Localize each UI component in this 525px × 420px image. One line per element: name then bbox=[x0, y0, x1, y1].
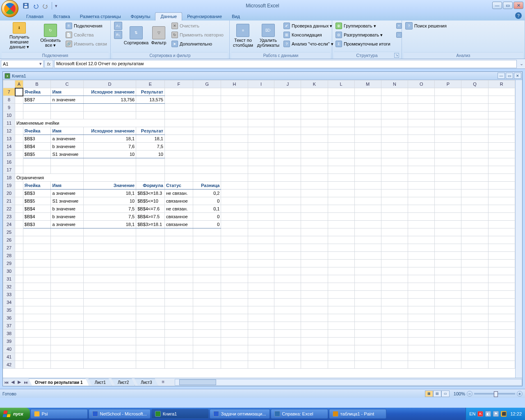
cell-N25[interactable] bbox=[381, 228, 408, 236]
cell-K19[interactable] bbox=[301, 182, 328, 189]
cell-K16[interactable] bbox=[301, 158, 328, 166]
row-header-13[interactable]: 13 bbox=[3, 135, 15, 143]
cell-L37[interactable] bbox=[328, 322, 354, 330]
minimize-button[interactable]: — bbox=[492, 2, 502, 9]
cell-A7[interactable] bbox=[15, 88, 23, 96]
cell-Q16[interactable] bbox=[461, 158, 488, 166]
cell-L11[interactable] bbox=[328, 119, 354, 127]
cell-C10[interactable] bbox=[51, 112, 83, 119]
cell-Q7[interactable] bbox=[461, 88, 488, 96]
cell-C23[interactable]: b значение bbox=[51, 213, 83, 221]
cell-K41[interactable] bbox=[301, 353, 328, 361]
edit-links-button[interactable]: 🔗Изменить связи bbox=[64, 39, 109, 48]
cell-J39[interactable] bbox=[274, 338, 301, 345]
taskbar-item-1[interactable]: NetSchool - Microsoft... bbox=[89, 409, 151, 419]
col-header-R[interactable]: R bbox=[488, 80, 515, 88]
cell-A11[interactable]: Изменяемые ячейки bbox=[15, 119, 165, 127]
cell-D21[interactable]: 10 bbox=[83, 197, 136, 205]
cell-R37[interactable] bbox=[488, 322, 515, 330]
cell-Q26[interactable] bbox=[461, 236, 488, 244]
cell-P38[interactable] bbox=[435, 330, 461, 338]
cell-J25[interactable] bbox=[274, 228, 301, 236]
cell-J41[interactable] bbox=[274, 353, 301, 361]
cell-D34[interactable] bbox=[83, 299, 136, 306]
cell-I10[interactable] bbox=[248, 112, 274, 119]
col-header-C[interactable]: C bbox=[51, 80, 83, 88]
cell-Q34[interactable] bbox=[461, 299, 488, 306]
cell-L16[interactable] bbox=[328, 158, 354, 166]
cell-H36[interactable] bbox=[221, 314, 248, 322]
cell-F12[interactable] bbox=[164, 127, 193, 135]
cell-E28[interactable] bbox=[136, 252, 165, 260]
cell-C40[interactable] bbox=[51, 345, 83, 353]
cell-Q31[interactable] bbox=[461, 275, 488, 283]
cell-E9[interactable] bbox=[136, 104, 165, 112]
cell-C15[interactable]: S1 значение bbox=[51, 151, 83, 158]
row-header-20[interactable]: 20 bbox=[3, 189, 15, 197]
cell-I31[interactable] bbox=[248, 275, 274, 283]
cell-B12[interactable]: Ячейка bbox=[23, 127, 51, 135]
cell-E13[interactable]: 18,1 bbox=[136, 135, 165, 143]
cell-D31[interactable] bbox=[83, 275, 136, 283]
taskbar-item-0[interactable]: Psi bbox=[30, 409, 88, 419]
cell-A9[interactable] bbox=[15, 104, 23, 112]
cell-K12[interactable] bbox=[301, 127, 328, 135]
cell-K24[interactable] bbox=[301, 221, 328, 228]
cell-N35[interactable] bbox=[381, 306, 408, 314]
group-button[interactable]: ⊕Группировать ▾ bbox=[334, 21, 392, 30]
cell-F23[interactable]: связанное bbox=[164, 213, 193, 221]
cell-F8[interactable] bbox=[164, 96, 193, 104]
cell-I41[interactable] bbox=[248, 353, 274, 361]
cell-M9[interactable] bbox=[354, 104, 381, 112]
cell-B23[interactable]: $B$4 bbox=[23, 213, 51, 221]
row-header-10[interactable]: 10 bbox=[3, 112, 15, 119]
cell-R22[interactable] bbox=[488, 205, 515, 213]
cell-H38[interactable] bbox=[221, 330, 248, 338]
col-header-H[interactable]: H bbox=[221, 80, 248, 88]
cell-L31[interactable] bbox=[328, 275, 354, 283]
cell-F7[interactable] bbox=[164, 88, 193, 96]
cell-M41[interactable] bbox=[354, 353, 381, 361]
cell-N29[interactable] bbox=[381, 260, 408, 267]
cell-N18[interactable] bbox=[381, 174, 408, 182]
cell-R21[interactable] bbox=[488, 197, 515, 205]
cell-P24[interactable] bbox=[435, 221, 461, 228]
col-header-N[interactable]: N bbox=[381, 80, 408, 88]
cell-P41[interactable] bbox=[435, 353, 461, 361]
col-header-A[interactable]: A bbox=[15, 80, 23, 88]
cell-C16[interactable] bbox=[51, 158, 83, 166]
col-header-J[interactable]: J bbox=[274, 80, 301, 88]
cell-I28[interactable] bbox=[248, 252, 274, 260]
data-validation-button[interactable]: ✔Проверка данных ▾ bbox=[282, 21, 335, 30]
cell-F40[interactable] bbox=[164, 345, 193, 353]
cell-B16[interactable] bbox=[23, 158, 51, 166]
cell-Q23[interactable] bbox=[461, 213, 488, 221]
language-indicator[interactable]: EN bbox=[469, 411, 475, 416]
cell-K11[interactable] bbox=[301, 119, 328, 127]
cell-D22[interactable]: 7,5 bbox=[83, 205, 136, 213]
cell-A24[interactable] bbox=[15, 221, 23, 228]
cell-Q18[interactable] bbox=[461, 174, 488, 182]
row-header-29[interactable]: 29 bbox=[3, 260, 15, 267]
cell-R30[interactable] bbox=[488, 267, 515, 275]
row-header-35[interactable]: 35 bbox=[3, 306, 15, 314]
row-header-42[interactable]: 42 bbox=[3, 361, 15, 369]
row-header-31[interactable]: 31 bbox=[3, 275, 15, 283]
row-header-8[interactable]: 8 bbox=[3, 96, 15, 104]
sheet-tab-2[interactable]: Лист2 bbox=[112, 379, 135, 386]
cell-G32[interactable] bbox=[193, 283, 221, 291]
cell-J33[interactable] bbox=[274, 291, 301, 299]
cell-L19[interactable] bbox=[328, 182, 354, 189]
cell-R31[interactable] bbox=[488, 275, 515, 283]
cell-G27[interactable] bbox=[193, 244, 221, 252]
cell-Q29[interactable] bbox=[461, 260, 488, 267]
cell-I21[interactable] bbox=[248, 197, 274, 205]
cell-N32[interactable] bbox=[381, 283, 408, 291]
cell-P34[interactable] bbox=[435, 299, 461, 306]
redo-icon[interactable] bbox=[41, 1, 50, 10]
cell-H19[interactable] bbox=[221, 182, 248, 189]
cell-O19[interactable] bbox=[408, 182, 435, 189]
cell-G9[interactable] bbox=[193, 104, 221, 112]
cell-C27[interactable] bbox=[51, 244, 83, 252]
row-header-22[interactable]: 22 bbox=[3, 205, 15, 213]
